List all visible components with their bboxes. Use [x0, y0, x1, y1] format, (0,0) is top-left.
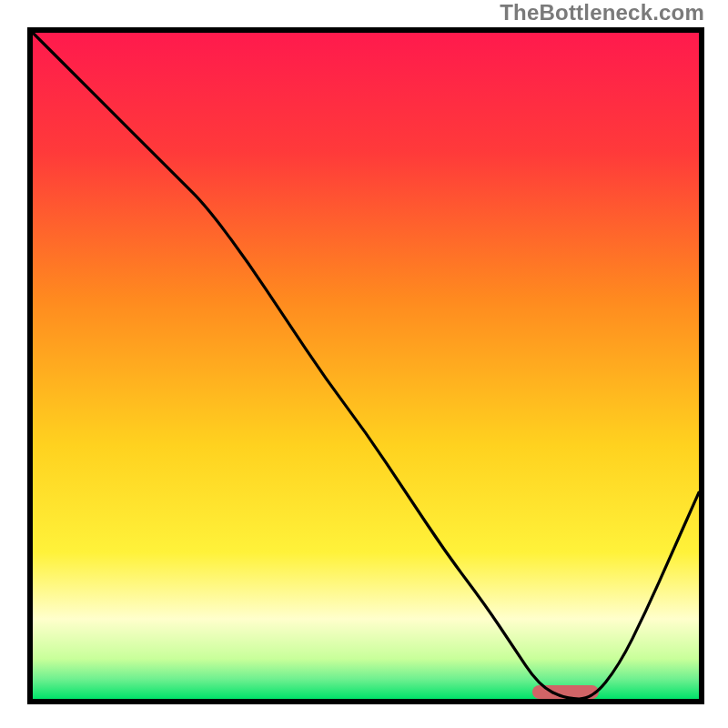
plot-frame — [27, 27, 704, 704]
chart-root: TheBottleneck.com — [0, 0, 728, 728]
watermark-text: TheBottleneck.com — [500, 0, 704, 25]
bottleneck-curve — [33, 33, 699, 699]
plot-area — [33, 33, 699, 699]
